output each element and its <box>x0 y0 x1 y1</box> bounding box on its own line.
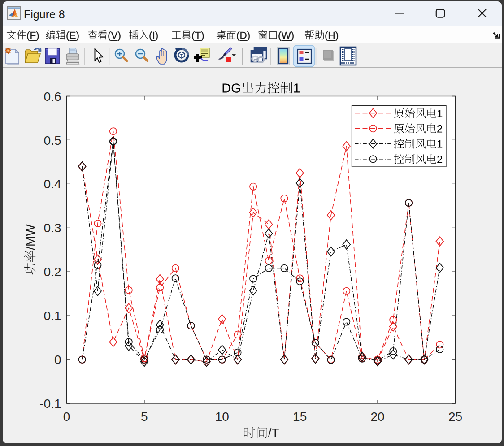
svg-text:0.3: 0.3 <box>44 221 61 235</box>
svg-text:0.4: 0.4 <box>44 177 61 191</box>
svg-text:0.6: 0.6 <box>44 90 61 104</box>
svg-text:5: 5 <box>141 410 148 424</box>
svg-text:25: 25 <box>448 410 462 424</box>
svg-text:0.2: 0.2 <box>44 265 61 279</box>
svg-text:0: 0 <box>54 353 61 367</box>
svg-text:20: 20 <box>371 410 385 424</box>
svg-text:-0.1: -0.1 <box>39 397 61 411</box>
svg-text:10: 10 <box>215 410 229 424</box>
svg-text:15: 15 <box>293 410 307 424</box>
svg-text:0.5: 0.5 <box>44 134 61 147</box>
svg-text:0.1: 0.1 <box>44 309 61 323</box>
svg-text:0: 0 <box>63 410 70 424</box>
